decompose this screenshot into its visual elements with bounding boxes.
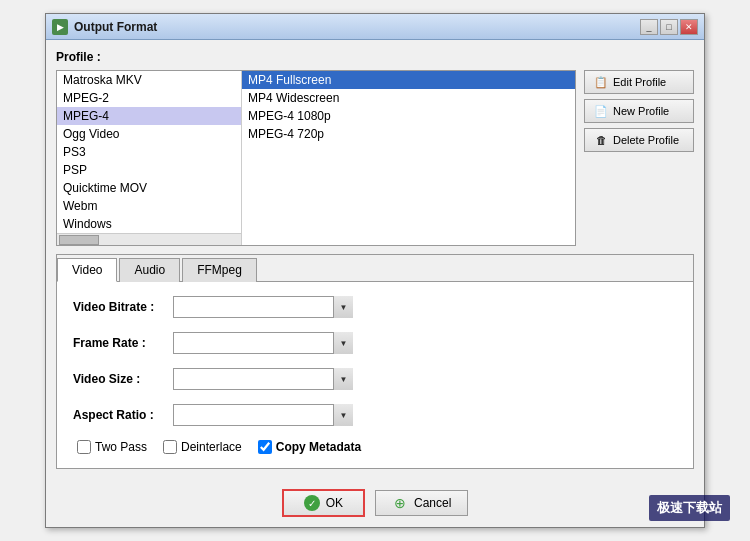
bottom-bar: ✓ OK ⊕ Cancel [46, 479, 704, 527]
right-list-items: MP4 Fullscreen MP4 Widescreen MPEG-4 108… [242, 71, 575, 245]
two-pass-label: Two Pass [95, 440, 147, 454]
frame-rate-select-wrapper: ▼ [173, 332, 353, 354]
video-size-select[interactable] [173, 368, 353, 390]
title-bar: ▶ Output Format _ □ ✕ [46, 14, 704, 40]
checkboxes-row: Two Pass Deinterlace Copy Metadata [73, 440, 677, 454]
main-window: ▶ Output Format _ □ ✕ Profile : Matroska… [45, 13, 705, 528]
deinterlace-label: Deinterlace [181, 440, 242, 454]
copy-metadata-label: Copy Metadata [276, 440, 361, 454]
video-size-select-wrapper: ▼ [173, 368, 353, 390]
deinterlace-checkbox-item[interactable]: Deinterlace [163, 440, 242, 454]
deinterlace-checkbox[interactable] [163, 440, 177, 454]
list-item-selected[interactable]: MPEG-4 [57, 107, 241, 125]
window-title: Output Format [74, 20, 640, 34]
copy-metadata-checkbox[interactable] [258, 440, 272, 454]
left-list: Matroska MKV MPEG-2 MPEG-4 Ogg Video PS3… [57, 71, 242, 245]
two-pass-checkbox[interactable] [77, 440, 91, 454]
ok-label: OK [326, 496, 343, 510]
right-list-item-selected[interactable]: MP4 Fullscreen [242, 71, 575, 89]
profile-label: Profile : [56, 50, 694, 64]
ok-icon: ✓ [304, 495, 320, 511]
frame-rate-row: Frame Rate : ▼ [73, 332, 677, 354]
list-item[interactable]: MPEG-2 [57, 89, 241, 107]
list-item[interactable]: Windows [57, 215, 241, 233]
list-item[interactable]: Ogg Video [57, 125, 241, 143]
aspect-ratio-select-wrapper: ▼ [173, 404, 353, 426]
horiz-scrollbar[interactable] [57, 233, 241, 245]
ok-button[interactable]: ✓ OK [282, 489, 365, 517]
profile-lists-container: Matroska MKV MPEG-2 MPEG-4 Ogg Video PS3… [56, 70, 576, 246]
frame-rate-label: Frame Rate : [73, 336, 173, 350]
new-icon: 📄 [593, 103, 609, 119]
left-list-scroll[interactable]: Matroska MKV MPEG-2 MPEG-4 Ogg Video PS3… [57, 71, 241, 233]
list-item[interactable]: Quicktime MOV [57, 179, 241, 197]
edit-profile-button[interactable]: 📋 Edit Profile [584, 70, 694, 94]
copy-metadata-checkbox-item[interactable]: Copy Metadata [258, 440, 361, 454]
edit-icon: 📋 [593, 74, 609, 90]
frame-rate-select[interactable] [173, 332, 353, 354]
tab-video[interactable]: Video [57, 258, 117, 282]
maximize-button[interactable]: □ [660, 19, 678, 35]
cancel-icon: ⊕ [392, 495, 408, 511]
video-size-label: Video Size : [73, 372, 173, 386]
video-bitrate-label: Video Bitrate : [73, 300, 173, 314]
cancel-label: Cancel [414, 496, 451, 510]
close-button[interactable]: ✕ [680, 19, 698, 35]
tab-ffmpeg[interactable]: FFMpeg [182, 258, 257, 282]
new-profile-button[interactable]: 📄 New Profile [584, 99, 694, 123]
lists-wrapper: Matroska MKV MPEG-2 MPEG-4 Ogg Video PS3… [57, 71, 575, 245]
delete-profile-button[interactable]: 🗑 Delete Profile [584, 128, 694, 152]
video-size-row: Video Size : ▼ [73, 368, 677, 390]
watermark: 极速下载站 [649, 495, 730, 521]
two-pass-checkbox-item[interactable]: Two Pass [77, 440, 147, 454]
list-item[interactable]: PSP [57, 161, 241, 179]
profile-buttons: 📋 Edit Profile 📄 New Profile 🗑 Delete Pr… [584, 70, 694, 246]
minimize-button[interactable]: _ [640, 19, 658, 35]
right-list-item[interactable]: MPEG-4 1080p [242, 107, 575, 125]
aspect-ratio-label: Aspect Ratio : [73, 408, 173, 422]
video-bitrate-select-wrapper: ▼ [173, 296, 353, 318]
aspect-ratio-select[interactable] [173, 404, 353, 426]
tabs-section: Video Audio FFMpeg Video Bitrate : ▼ Fra… [56, 254, 694, 469]
tab-audio[interactable]: Audio [119, 258, 180, 282]
profile-section: Matroska MKV MPEG-2 MPEG-4 Ogg Video PS3… [56, 70, 694, 246]
right-list: MP4 Fullscreen MP4 Widescreen MPEG-4 108… [242, 71, 575, 245]
cancel-button[interactable]: ⊕ Cancel [375, 490, 468, 516]
list-item[interactable]: Matroska MKV [57, 71, 241, 89]
title-bar-buttons: _ □ ✕ [640, 19, 698, 35]
tabs-header: Video Audio FFMpeg [57, 255, 693, 282]
window-content: Profile : Matroska MKV MPEG-2 MPEG-4 Ogg… [46, 40, 704, 479]
window-icon: ▶ [52, 19, 68, 35]
tab-content-video: Video Bitrate : ▼ Frame Rate : ▼ [57, 282, 693, 468]
aspect-ratio-row: Aspect Ratio : ▼ [73, 404, 677, 426]
right-list-item[interactable]: MPEG-4 720p [242, 125, 575, 143]
video-bitrate-row: Video Bitrate : ▼ [73, 296, 677, 318]
list-item[interactable]: Webm [57, 197, 241, 215]
delete-icon: 🗑 [593, 132, 609, 148]
scrollbar-thumb [59, 235, 99, 245]
video-bitrate-select[interactable] [173, 296, 353, 318]
list-item[interactable]: PS3 [57, 143, 241, 161]
right-list-item[interactable]: MP4 Widescreen [242, 89, 575, 107]
